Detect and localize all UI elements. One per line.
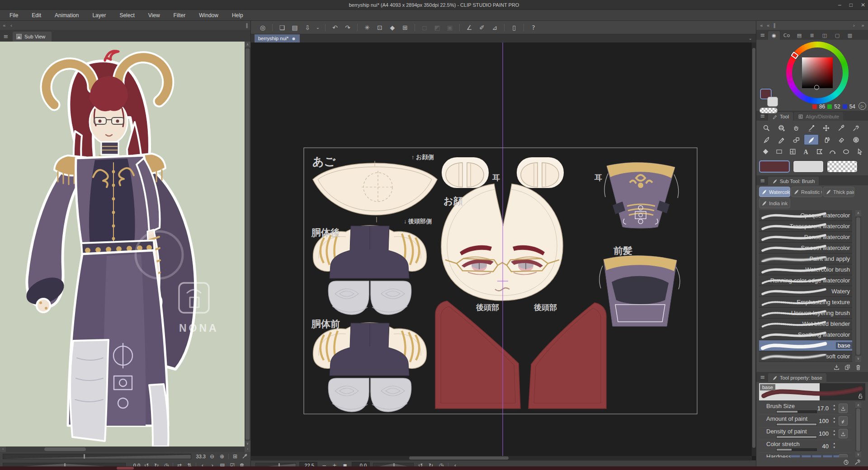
brush-item-emphasizing-texture[interactable]: Emphasizing texture	[759, 297, 852, 308]
main-color-swatch-large[interactable]	[759, 160, 790, 173]
canvas-viewport[interactable]: あご ↑ お顔側 ↓ 後頭部側	[251, 42, 756, 460]
tab-color-set-icon[interactable]: Co	[781, 31, 793, 40]
value-spinner[interactable]: ▴▾	[833, 429, 835, 437]
pencil-tool[interactable]	[774, 134, 789, 145]
menu-animation[interactable]: Animation	[48, 10, 85, 21]
scrollbar-thumb[interactable]	[44, 447, 86, 451]
gradient-tool[interactable]	[773, 146, 786, 157]
fill-tool[interactable]	[759, 146, 773, 157]
fit-to-window-icon[interactable]: ⊞	[231, 453, 239, 460]
hardness-segments[interactable]	[791, 455, 843, 457]
new-canvas-icon[interactable]: ❏	[277, 23, 288, 33]
brush-item-dense-watercolor[interactable]: Dense watercolor	[759, 232, 852, 243]
value-spinner[interactable]: ▴▾	[833, 404, 835, 412]
brush-group-realistic-watercolor[interactable]: Realistic watercolor	[791, 187, 822, 197]
tab-color-slider-icon[interactable]: ▤	[793, 31, 805, 40]
subview-zoom-slider[interactable]	[3, 454, 191, 459]
property-value[interactable]: 40	[822, 443, 829, 450]
saturation-value-square[interactable]	[802, 57, 833, 88]
sv-cursor[interactable]	[814, 85, 819, 90]
menu-edit[interactable]: Edit	[25, 10, 48, 21]
scroll-right-icon[interactable]: ›	[245, 446, 250, 452]
pen-tool[interactable]	[759, 134, 774, 145]
eraser-tool[interactable]	[834, 134, 849, 145]
color-panel-menu-icon[interactable]: ≡	[758, 32, 767, 38]
property-slider[interactable]	[776, 423, 817, 426]
scroll-down-icon[interactable]: ∨	[855, 356, 861, 362]
property-slider[interactable]	[776, 448, 817, 451]
subview-menu-icon[interactable]: ≡	[2, 33, 10, 40]
hand-tool[interactable]	[789, 122, 804, 133]
collapse-dock2-icon[interactable]: «	[767, 23, 770, 28]
tab-list-dropdown-icon[interactable]: ⌄	[749, 34, 752, 42]
help-icon[interactable]: ?	[528, 23, 539, 33]
zoom-tool[interactable]	[759, 122, 774, 133]
save-dropdown-icon[interactable]: ⌄	[315, 23, 321, 33]
select-arrow-tool[interactable]	[853, 146, 866, 157]
tab-color-mixing-icon[interactable]: ▥	[844, 31, 856, 40]
scrollbar-thumb[interactable]	[856, 217, 860, 355]
scrollbar-thumb[interactable]	[245, 48, 250, 440]
brush-item-smooth-watercolor[interactable]: Smooth watercolor	[759, 243, 852, 254]
snap-grid-icon[interactable]: ⊿	[489, 23, 500, 33]
expand-step-icon[interactable]: ›	[853, 23, 855, 28]
duplicate-subtool-icon[interactable]	[844, 364, 851, 371]
brush-list-scrollbar[interactable]: ∧ ∨	[855, 210, 861, 362]
sub-color-swatch-large[interactable]	[793, 160, 824, 173]
brush-group-thick-paint[interactable]: Thick paint	[823, 187, 854, 197]
menu-window[interactable]: Window	[192, 10, 225, 21]
apply-all-button[interactable]	[839, 416, 848, 426]
tool-panel-menu-icon[interactable]: ≡	[758, 113, 767, 119]
property-slider[interactable]	[776, 410, 817, 413]
menu-view[interactable]: View	[142, 10, 167, 21]
menu-select[interactable]: Select	[113, 10, 141, 21]
menu-layer[interactable]: Layer	[85, 10, 113, 21]
brush-item-watercolor-brush[interactable]: Watercolor brush	[759, 264, 852, 275]
scroll-up-icon[interactable]: ∧	[855, 402, 861, 408]
reset-all-settings-icon[interactable]	[843, 459, 849, 465]
scroll-down-icon[interactable]: ∨	[245, 441, 250, 446]
maximize-button[interactable]: □	[849, 2, 853, 8]
undo-icon[interactable]: ↶	[330, 23, 340, 33]
property-slider[interactable]	[776, 436, 817, 438]
sub-color-swatch[interactable]	[767, 97, 778, 107]
tab-color-history-icon[interactable]: ▢	[831, 31, 843, 40]
auto-select-tool[interactable]	[849, 122, 863, 133]
brush-item-base[interactable]: base	[759, 340, 852, 351]
tab-align-distribute[interactable]: Align/Distribute	[794, 112, 843, 121]
brush-item-watery[interactable]: Watery	[759, 286, 852, 297]
frame-border-tool[interactable]	[786, 146, 799, 157]
tablet-mode-icon[interactable]: ▯	[509, 23, 519, 33]
brush-item-running-color-edge-watercolor[interactable]: Running color edge watercolor	[759, 275, 852, 286]
brush-item-soft-color[interactable]: soft color	[759, 351, 852, 362]
brush-tool[interactable]	[804, 134, 819, 145]
color-options-icon[interactable]: ▷	[859, 102, 866, 110]
text-tool[interactable]	[799, 146, 813, 157]
collapse-dock-icon[interactable]: «	[760, 23, 763, 28]
tool-property-scrollbar[interactable]: ∧ ∨	[855, 402, 861, 457]
redo-icon[interactable]: ↷	[342, 23, 353, 33]
menu-filter[interactable]: Filter	[167, 10, 193, 21]
operation-tool[interactable]	[804, 122, 819, 133]
register-default-button[interactable]	[839, 404, 848, 413]
scroll-up-icon[interactable]: ∧	[855, 210, 861, 216]
tab-color-wheel-icon[interactable]: ◉	[768, 31, 780, 40]
brush-group-watercolor[interactable]: Watercolor	[759, 187, 790, 197]
crop-canvas-icon[interactable]: ⊞	[400, 23, 410, 33]
brush-item-transparent-watercolor[interactable]: Transparent watercolor	[759, 221, 852, 232]
close-button[interactable]: ✕	[861, 2, 865, 8]
scroll-left-icon[interactable]: ‹	[0, 446, 6, 452]
csp-logo-icon[interactable]: ◎	[257, 23, 268, 33]
tab-subtool-brush[interactable]: Sub Tool: Brush	[768, 177, 819, 185]
tab-sub-view[interactable]: Sub View	[13, 32, 52, 42]
canvas-horizontal-scrollbar[interactable]	[251, 456, 752, 460]
import-subtool-icon[interactable]	[833, 364, 840, 371]
ellipse-tool[interactable]	[840, 146, 853, 157]
eyedropper-tool[interactable]	[834, 122, 849, 133]
transparent-swatch-large[interactable]	[827, 160, 858, 173]
zoom-in-icon[interactable]: ⊕	[218, 453, 226, 460]
brush-item-opaque-watercolor[interactable]: Opaque watercolor	[759, 210, 852, 221]
figure-tool[interactable]	[789, 134, 804, 145]
subview-horizontal-scrollbar[interactable]: ‹ ›	[0, 446, 250, 452]
balloon-tool[interactable]	[813, 146, 826, 157]
